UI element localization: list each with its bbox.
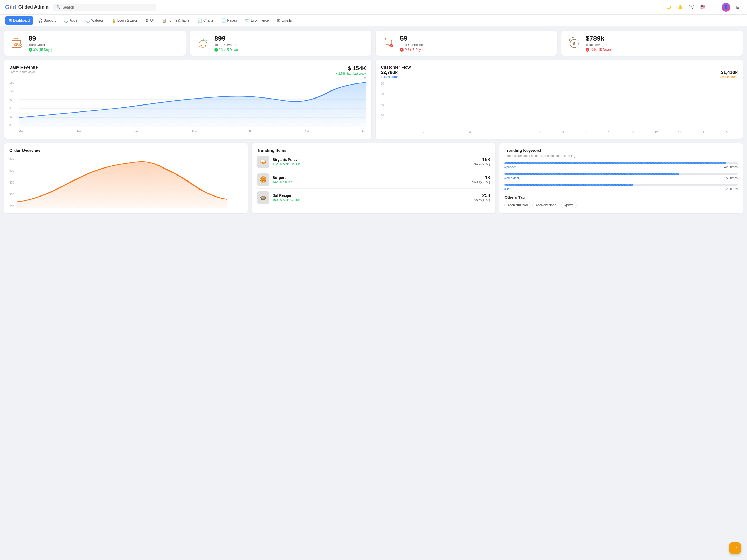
fullscreen-icon[interactable]: ⛶ [710, 3, 719, 11]
bar-x-label-5: 6 [505, 131, 529, 134]
nav-apps-label: Apps [70, 19, 77, 22]
header-icons: 🌙 🔔 💬 🇺🇸 ⛶ 👤 ⊞ [665, 3, 742, 12]
nav-dashboard-label: Dashboard [13, 19, 30, 22]
forms-icon: 📋 [162, 19, 166, 23]
daily-revenue-x-labels: MonTueWedThuFriSatSun [19, 130, 366, 133]
trending-price-0: $12.00 Main Course [273, 162, 471, 166]
nav-ui[interactable]: ⚙ UI [142, 16, 157, 25]
tag-2[interactable]: #pizza [561, 202, 577, 208]
nav: ⊞ Dashboard 🎧 Support ⚓ Apps ⚓ Widgets 🔒… [0, 15, 747, 26]
dark-mode-icon[interactable]: 🌙 [665, 3, 673, 11]
keyword-bar-bg-2 [505, 184, 738, 186]
keyword-item-0: #paneer 420 times [505, 162, 738, 169]
nav-emails[interactable]: ✉ Emails [274, 16, 295, 25]
nav-support[interactable]: 🎧 Support [34, 16, 59, 25]
keyword-count-1: 150 times [724, 176, 738, 180]
nav-forms-label: Forms & Table [168, 19, 189, 22]
trending-info-2: Dal Recipe $60.00 Main Course [273, 193, 471, 202]
nav-apps[interactable]: ⚓ Apps [60, 16, 81, 25]
daily-revenue-svg-area [19, 81, 366, 127]
stat-label-orders: Total Order [28, 43, 181, 47]
tags: #panipuri food #delveryinfood #pizza [505, 202, 738, 208]
order-chart-area [16, 156, 242, 208]
stat-number-cancelled: 59 [400, 35, 552, 42]
stat-info-revenue: $789k Total Revenue ↓ 12% (15 Days) [586, 35, 738, 52]
keyword-label-1: #breakfast [505, 176, 519, 180]
emails-icon: ✉ [277, 19, 280, 23]
stat-label-delivered: Total Delivered [214, 43, 366, 47]
pages-icon: 📄 [222, 19, 226, 23]
search-bar[interactable]: 🔍 [53, 4, 156, 11]
stat-info-cancelled: 59 Total Cancelled ✕ 2% (15 Days) [400, 35, 552, 52]
trending-thumb-2: 🍲 [257, 191, 269, 204]
nav-ui-label: UI [150, 19, 154, 22]
keyword-count-2: 120 times [724, 187, 738, 191]
keyword-bar-row-1 [505, 173, 738, 175]
keyword-bar-bg-1 [505, 173, 738, 175]
orders-icon [9, 35, 25, 51]
flag-icon[interactable]: 🇺🇸 [699, 3, 707, 11]
support-icon: 🎧 [38, 19, 43, 23]
tag-0[interactable]: #panipuri food [505, 202, 531, 208]
bar-x-label-13: 14 [691, 131, 715, 134]
stat-info-orders: 89 Total Order ↑ 3% (15 Days) [28, 35, 181, 52]
nav-ecommerce[interactable]: 🛒 Ecommerce [241, 16, 272, 25]
bar-x-label-2: 3 [435, 131, 458, 134]
search-input[interactable] [62, 5, 153, 9]
logo-icon: Gild [5, 4, 16, 10]
trending-thumb-0: 🍛 [257, 156, 269, 168]
daily-revenue-menu-icon[interactable]: ≡ [364, 76, 366, 81]
keyword-bar-fill-1 [505, 173, 679, 175]
grid-icon[interactable]: ⊞ [733, 3, 742, 11]
nav-login-error[interactable]: 🔒 Login & Error [108, 16, 141, 25]
dashboard-icon: ⊞ [9, 19, 12, 23]
tag-1[interactable]: #delveryinfood [533, 202, 560, 208]
widgets-icon: ⚓ [85, 19, 90, 23]
keyword-bar-fill-0 [505, 162, 726, 164]
up-arrow-orders: ↑ [28, 48, 32, 52]
nav-pages-label: Pages [227, 19, 237, 22]
charts-icon: 📊 [198, 19, 202, 23]
keyword-bar-bg-0 [505, 162, 738, 164]
bar-x-label-11: 12 [645, 131, 668, 134]
trending-sales-1: 18 Sales(-0.5%) [472, 175, 490, 184]
customer-flow-chart: 806040200 123456789101112131415 [381, 82, 738, 134]
bell-icon[interactable]: 🔔 [676, 3, 684, 11]
avatar[interactable]: 👤 [722, 3, 730, 12]
delivered-icon [195, 35, 211, 51]
nav-charts[interactable]: 📊 Charts [194, 16, 217, 25]
cancelled-icon [381, 35, 396, 51]
bar-x-label-6: 7 [528, 131, 551, 134]
nav-pages[interactable]: 📄 Pages [218, 16, 240, 25]
bar-x-label-4: 5 [482, 131, 505, 134]
stat-card-delivered: 899 Total Delivered ↑ 8% (15 Days) [190, 31, 371, 56]
cancel-x-icon: ✕ [400, 48, 404, 52]
chat-icon[interactable]: 💬 [687, 3, 696, 11]
bar-x-label-3: 4 [458, 131, 482, 134]
others-tag-title: Others Tag [505, 195, 738, 199]
charts-row: Daily Revenue Lorem ipsum dolor $ 154K +… [4, 60, 743, 139]
nav-widgets[interactable]: ⚓ Widgets [82, 16, 107, 25]
up-arrow-delivered: ↑ [214, 48, 218, 52]
trending-info-1: Burgers $42.00 Snakes [273, 176, 469, 184]
customer-flow-bars [389, 82, 738, 128]
stat-change-delivered: ↑ 8% (15 Days) [214, 48, 366, 52]
bar-x-label-1: 2 [412, 131, 435, 134]
header: Gild Gilded Admin 🔍 🌙 🔔 💬 🇺🇸 ⛶ 👤 ⊞ [0, 0, 747, 15]
ui-icon: ⚙ [146, 19, 149, 23]
keyword-label-row-0: #paneer 420 times [505, 165, 738, 169]
order-overview-card: Order Overview 600500400300200 [4, 143, 248, 213]
nav-dashboard[interactable]: ⊞ Dashboard [5, 16, 33, 25]
nav-forms-table[interactable]: 📋 Forms & Table [158, 16, 193, 25]
trending-name-1: Burgers [273, 176, 469, 180]
stat-info-delivered: 899 Total Delivered ↑ 8% (15 Days) [214, 35, 366, 52]
nav-login-error-label: Login & Error [118, 19, 137, 22]
svg-rect-1 [15, 44, 17, 46]
restaurant-label: In Restaurant [381, 75, 400, 79]
main-content: 89 Total Order ↑ 3% (15 Days) [0, 26, 747, 217]
trending-item-0: 🍛 Biryanis Pulav $12.00 Main Course 158 … [257, 153, 490, 171]
nav-widgets-label: Widgets [91, 19, 103, 22]
down-arrow-revenue: ↓ [586, 48, 589, 52]
online-label: Online Order [720, 75, 738, 79]
nav-support-label: Support [44, 19, 56, 22]
